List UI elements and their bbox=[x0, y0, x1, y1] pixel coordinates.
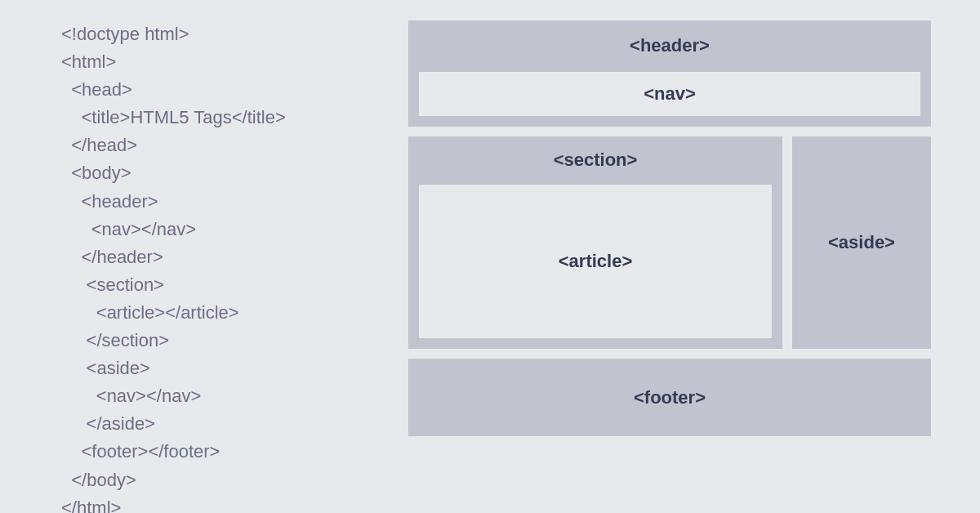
nav-block: <nav> bbox=[418, 71, 921, 117]
header-label: <header> bbox=[630, 35, 710, 56]
article-block: <article> bbox=[418, 184, 773, 339]
section-block: <section> <article> bbox=[408, 136, 782, 349]
nav-label: <nav> bbox=[644, 83, 696, 105]
middle-row: <section> <article> <aside> bbox=[408, 136, 931, 349]
aside-label: <aside> bbox=[828, 232, 895, 253]
header-block: <header> <nav> bbox=[408, 20, 931, 127]
aside-block: <aside> bbox=[792, 136, 931, 349]
section-label: <section> bbox=[554, 149, 638, 171]
footer-block: <footer> bbox=[408, 359, 931, 436]
footer-label: <footer> bbox=[634, 387, 706, 408]
code-panel: <!doctype html> <html> <head> <title>HTM… bbox=[0, 20, 408, 493]
code-listing: <!doctype html> <html> <head> <title>HTM… bbox=[61, 20, 392, 513]
article-label: <article> bbox=[559, 251, 633, 272]
layout-diagram: <header> <nav> <section> <article> <asid… bbox=[408, 20, 980, 493]
